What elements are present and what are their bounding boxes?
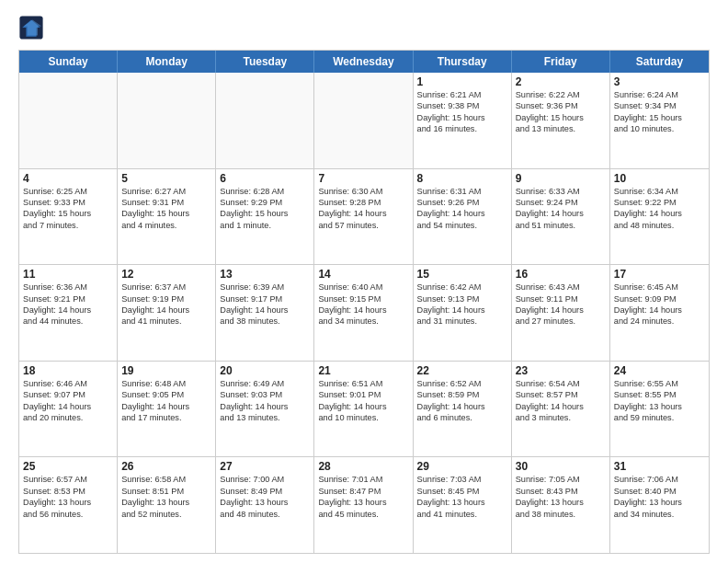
cell-info-line: Daylight: 13 hours bbox=[121, 497, 211, 508]
calendar-cell: 19Sunrise: 6:48 AMSunset: 9:05 PMDayligh… bbox=[118, 362, 216, 457]
cell-info-line: Sunset: 8:57 PM bbox=[516, 389, 606, 400]
cell-info-line: and 10 minutes. bbox=[614, 123, 705, 134]
cell-info-line: Daylight: 14 hours bbox=[417, 208, 507, 219]
cell-info-line: Sunset: 9:26 PM bbox=[417, 197, 507, 208]
cell-info-line: Daylight: 14 hours bbox=[516, 304, 606, 316]
cell-info-line: Sunset: 8:55 PM bbox=[614, 389, 705, 400]
day-number: 9 bbox=[516, 172, 606, 185]
calendar-row-0: 1Sunrise: 6:21 AMSunset: 9:38 PMDaylight… bbox=[19, 73, 709, 168]
day-number: 31 bbox=[614, 460, 705, 473]
cell-info-line: Daylight: 13 hours bbox=[23, 497, 113, 508]
calendar: SundayMondayTuesdayWednesdayThursdayFrid… bbox=[18, 50, 710, 554]
day-number: 25 bbox=[23, 460, 113, 473]
day-number: 18 bbox=[23, 364, 113, 377]
calendar-cell: 20Sunrise: 6:49 AMSunset: 9:03 PMDayligh… bbox=[216, 362, 314, 457]
cell-info-line: Daylight: 14 hours bbox=[614, 304, 705, 316]
cell-info-line: Daylight: 14 hours bbox=[614, 208, 705, 219]
day-number: 29 bbox=[417, 460, 507, 473]
cell-info-line: Sunset: 9:07 PM bbox=[23, 389, 113, 400]
cell-info-line: Sunset: 8:40 PM bbox=[614, 486, 705, 497]
cell-info-line: and 17 minutes. bbox=[121, 412, 211, 423]
calendar-cell bbox=[118, 73, 216, 168]
day-number: 13 bbox=[220, 268, 310, 281]
cell-info-line: Sunset: 9:29 PM bbox=[220, 197, 310, 208]
cell-info-line: and 45 minutes. bbox=[318, 509, 408, 520]
cell-info-line: Sunrise: 6:58 AM bbox=[121, 474, 211, 485]
calendar-cell: 6Sunrise: 6:28 AMSunset: 9:29 PMDaylight… bbox=[216, 169, 314, 265]
cell-info-line: Sunrise: 6:49 AM bbox=[220, 378, 310, 389]
day-number: 8 bbox=[417, 172, 507, 185]
calendar-cell bbox=[314, 73, 413, 168]
cell-info-line: Sunrise: 6:36 AM bbox=[23, 282, 113, 293]
calendar-cell: 4Sunrise: 6:25 AMSunset: 9:33 PMDaylight… bbox=[19, 169, 118, 265]
calendar-cell: 15Sunrise: 6:42 AMSunset: 9:13 PMDayligh… bbox=[414, 265, 512, 361]
cell-info-line: Sunset: 9:38 PM bbox=[417, 100, 507, 111]
day-number: 1 bbox=[417, 75, 507, 88]
cell-info-line: Sunset: 9:28 PM bbox=[318, 197, 408, 208]
day-number: 16 bbox=[516, 268, 606, 281]
cell-info-line: and 41 minutes. bbox=[417, 509, 507, 520]
cell-info-line: and 34 minutes. bbox=[614, 509, 705, 520]
cell-info-line: Sunrise: 6:51 AM bbox=[318, 378, 408, 389]
cell-info-line: Sunset: 9:11 PM bbox=[516, 293, 606, 304]
cell-info-line: Daylight: 13 hours bbox=[220, 497, 310, 508]
day-number: 21 bbox=[318, 364, 408, 377]
cell-info-line: Daylight: 14 hours bbox=[23, 304, 113, 316]
cell-info-line: Sunset: 9:19 PM bbox=[121, 293, 211, 304]
cell-info-line: and 54 minutes. bbox=[417, 220, 507, 231]
weekday-header-saturday: Saturday bbox=[610, 51, 709, 73]
calendar-cell: 13Sunrise: 6:39 AMSunset: 9:17 PMDayligh… bbox=[216, 265, 314, 361]
calendar-cell: 22Sunrise: 6:52 AMSunset: 8:59 PMDayligh… bbox=[414, 362, 512, 457]
cell-info-line: and 56 minutes. bbox=[23, 509, 113, 520]
cell-info-line: Sunrise: 6:25 AM bbox=[23, 186, 113, 197]
day-number: 24 bbox=[614, 364, 705, 377]
cell-info-line: Sunrise: 6:37 AM bbox=[121, 282, 211, 293]
cell-info-line: Sunrise: 6:24 AM bbox=[614, 89, 705, 100]
cell-info-line: Sunrise: 6:22 AM bbox=[516, 89, 606, 100]
cell-info-line: and 38 minutes. bbox=[516, 509, 606, 520]
cell-info-line: Sunset: 8:45 PM bbox=[417, 486, 507, 497]
cell-info-line: Sunrise: 6:46 AM bbox=[23, 378, 113, 389]
weekday-header-sunday: Sunday bbox=[19, 51, 118, 73]
calendar-cell: 9Sunrise: 6:33 AMSunset: 9:24 PMDaylight… bbox=[512, 169, 610, 265]
cell-info-line: and 59 minutes. bbox=[614, 412, 705, 423]
day-number: 6 bbox=[220, 172, 310, 185]
calendar-cell: 5Sunrise: 6:27 AMSunset: 9:31 PMDaylight… bbox=[118, 169, 216, 265]
day-number: 11 bbox=[23, 268, 113, 281]
calendar-header: SundayMondayTuesdayWednesdayThursdayFrid… bbox=[19, 51, 709, 73]
day-number: 27 bbox=[220, 460, 310, 473]
calendar-cell: 14Sunrise: 6:40 AMSunset: 9:15 PMDayligh… bbox=[314, 265, 413, 361]
cell-info-line: Sunset: 9:17 PM bbox=[220, 293, 310, 304]
calendar-cell: 26Sunrise: 6:58 AMSunset: 8:51 PMDayligh… bbox=[118, 457, 216, 553]
cell-info-line: and 44 minutes. bbox=[23, 316, 113, 327]
cell-info-line: and 48 minutes. bbox=[220, 509, 310, 520]
cell-info-line: Sunrise: 7:00 AM bbox=[220, 474, 310, 485]
calendar-cell: 24Sunrise: 6:55 AMSunset: 8:55 PMDayligh… bbox=[610, 362, 709, 457]
cell-info-line: and 27 minutes. bbox=[516, 316, 606, 327]
weekday-header-tuesday: Tuesday bbox=[216, 51, 314, 73]
calendar-cell: 25Sunrise: 6:57 AMSunset: 8:53 PMDayligh… bbox=[19, 457, 118, 553]
calendar-body: 1Sunrise: 6:21 AMSunset: 9:38 PMDaylight… bbox=[19, 73, 709, 553]
calendar-cell: 12Sunrise: 6:37 AMSunset: 9:19 PMDayligh… bbox=[118, 265, 216, 361]
calendar-cell: 2Sunrise: 6:22 AMSunset: 9:36 PMDaylight… bbox=[512, 73, 610, 168]
day-number: 12 bbox=[121, 268, 211, 281]
calendar-cell bbox=[216, 73, 314, 168]
cell-info-line: Sunrise: 6:57 AM bbox=[23, 474, 113, 485]
calendar-cell: 11Sunrise: 6:36 AMSunset: 9:21 PMDayligh… bbox=[19, 265, 118, 361]
calendar-cell: 21Sunrise: 6:51 AMSunset: 9:01 PMDayligh… bbox=[314, 362, 413, 457]
cell-info-line: and 3 minutes. bbox=[516, 412, 606, 423]
cell-info-line: Daylight: 13 hours bbox=[516, 497, 606, 508]
cell-info-line: Sunset: 8:51 PM bbox=[121, 486, 211, 497]
weekday-header-thursday: Thursday bbox=[414, 51, 512, 73]
page: SundayMondayTuesdayWednesdayThursdayFrid… bbox=[0, 0, 728, 563]
cell-info-line: Sunrise: 6:55 AM bbox=[614, 378, 705, 389]
day-number: 20 bbox=[220, 364, 310, 377]
calendar-cell: 16Sunrise: 6:43 AMSunset: 9:11 PMDayligh… bbox=[512, 265, 610, 361]
cell-info-line: Sunrise: 6:39 AM bbox=[220, 282, 310, 293]
day-number: 10 bbox=[614, 172, 705, 185]
cell-info-line: and 57 minutes. bbox=[318, 220, 408, 231]
cell-info-line: Daylight: 13 hours bbox=[614, 497, 705, 508]
cell-info-line: Sunset: 9:01 PM bbox=[318, 389, 408, 400]
cell-info-line: and 51 minutes. bbox=[516, 220, 606, 231]
cell-info-line: Sunrise: 6:21 AM bbox=[417, 89, 507, 100]
